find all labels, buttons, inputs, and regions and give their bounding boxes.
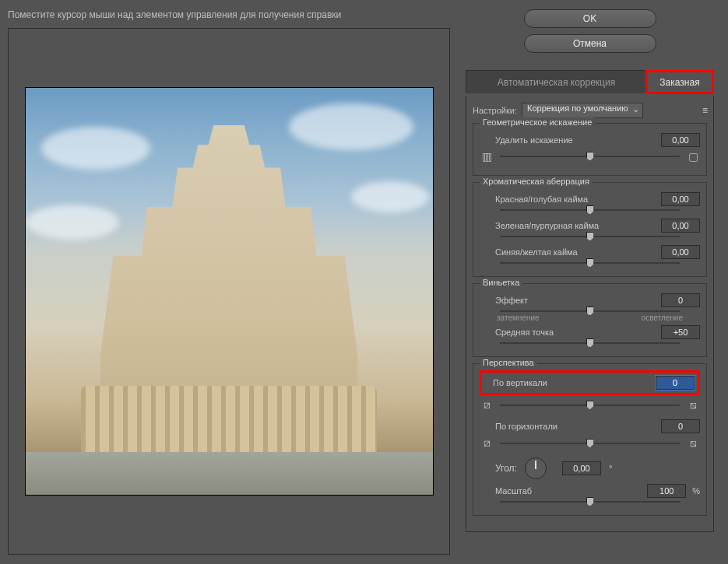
vert-left-icon: ⧄ bbox=[480, 398, 494, 412]
chroma-blue-slider[interactable] bbox=[500, 262, 680, 264]
vignette-mid-slider[interactable] bbox=[500, 342, 680, 344]
group-geometric-title: Геометрическое искажение bbox=[480, 117, 595, 127]
angle-field[interactable] bbox=[562, 461, 601, 475]
vignette-effect-label: Эффект bbox=[480, 296, 528, 305]
perspective-vertical-slider[interactable] bbox=[500, 405, 680, 406]
angle-label: Угол: bbox=[495, 463, 517, 474]
barrel-icon: ▥ bbox=[480, 150, 494, 163]
vignette-effect-field[interactable] bbox=[661, 293, 700, 307]
group-geometric: Геометрическое искажение Удалить искажен… bbox=[473, 123, 707, 176]
perspective-horizontal-label: По горизонтали bbox=[480, 422, 557, 431]
preview-image[interactable] bbox=[25, 87, 434, 496]
horiz-right-icon: ⧅ bbox=[686, 436, 700, 450]
perspective-vertical-label: По вертикали bbox=[485, 378, 547, 387]
preview-frame bbox=[8, 28, 450, 555]
group-perspective: Перспектива По вертикали ⧄ ⧅ По горизонт… bbox=[473, 363, 707, 516]
vignette-dark-label: затемнение bbox=[497, 314, 540, 322]
vertical-highlight: По вертикали bbox=[480, 370, 700, 395]
perspective-horizontal-field[interactable] bbox=[661, 419, 700, 433]
chroma-red-slider[interactable] bbox=[500, 209, 680, 211]
remove-distortion-slider[interactable] bbox=[500, 156, 680, 157]
scale-field[interactable] bbox=[647, 484, 686, 498]
vert-right-icon: ⧅ bbox=[686, 398, 700, 412]
tabs: Автоматическая коррекция Заказная bbox=[466, 70, 714, 93]
perspective-vertical-field[interactable] bbox=[656, 376, 695, 390]
scale-unit: % bbox=[692, 486, 700, 496]
hint-text: Поместите курсор мыши над элементом упра… bbox=[8, 9, 450, 20]
scale-label: Масштаб bbox=[480, 486, 532, 496]
group-vignette: Виньетка Эффект затемнение осветление Ср… bbox=[473, 283, 707, 357]
chroma-green-label: Зеленая/пурпурная кайма bbox=[480, 221, 599, 230]
angle-unit: ° bbox=[609, 464, 612, 473]
horiz-left-icon: ⧄ bbox=[480, 436, 494, 450]
ok-button[interactable]: OK bbox=[524, 9, 656, 28]
chroma-green-slider[interactable] bbox=[500, 236, 680, 237]
preview-pane: Поместите курсор мыши над элементом упра… bbox=[0, 0, 458, 564]
group-chroma-title: Хроматическая аберрация bbox=[480, 177, 593, 186]
chroma-blue-label: Синяя/желтая кайма bbox=[480, 247, 578, 257]
controls-pane: OK Отмена Автоматическая коррекция Заказ… bbox=[458, 0, 728, 564]
chroma-red-field[interactable] bbox=[661, 192, 700, 206]
settings-label: Настройки: bbox=[473, 106, 517, 115]
pincushion-icon: ▢ bbox=[686, 150, 700, 163]
group-perspective-title: Перспектива bbox=[480, 358, 537, 367]
remove-distortion-field[interactable] bbox=[661, 133, 700, 147]
vignette-light-label: осветление bbox=[642, 314, 683, 322]
perspective-horizontal-slider[interactable] bbox=[500, 443, 680, 444]
group-chroma: Хроматическая аберрация Красная/голубая … bbox=[473, 182, 707, 277]
group-vignette-title: Виньетка bbox=[480, 278, 522, 287]
remove-distortion-label: Удалить искажение bbox=[480, 135, 573, 145]
tab-custom[interactable]: Заказная bbox=[646, 71, 713, 93]
vignette-mid-field[interactable] bbox=[661, 325, 700, 339]
flyout-menu-icon[interactable]: ≡ bbox=[702, 105, 707, 116]
chroma-red-label: Красная/голубая кайма bbox=[480, 194, 588, 204]
cancel-button[interactable]: Отмена bbox=[524, 34, 656, 53]
chroma-green-field[interactable] bbox=[661, 219, 700, 233]
angle-dial[interactable] bbox=[525, 457, 547, 479]
vignette-mid-label: Средняя точка bbox=[480, 328, 554, 337]
settings-dropdown[interactable]: Коррекция по умолчанию bbox=[522, 103, 643, 118]
chroma-blue-field[interactable] bbox=[661, 245, 700, 259]
tab-auto[interactable]: Автоматическая коррекция bbox=[466, 71, 646, 93]
vignette-effect-slider[interactable] bbox=[500, 310, 680, 312]
scale-slider[interactable] bbox=[500, 501, 680, 503]
